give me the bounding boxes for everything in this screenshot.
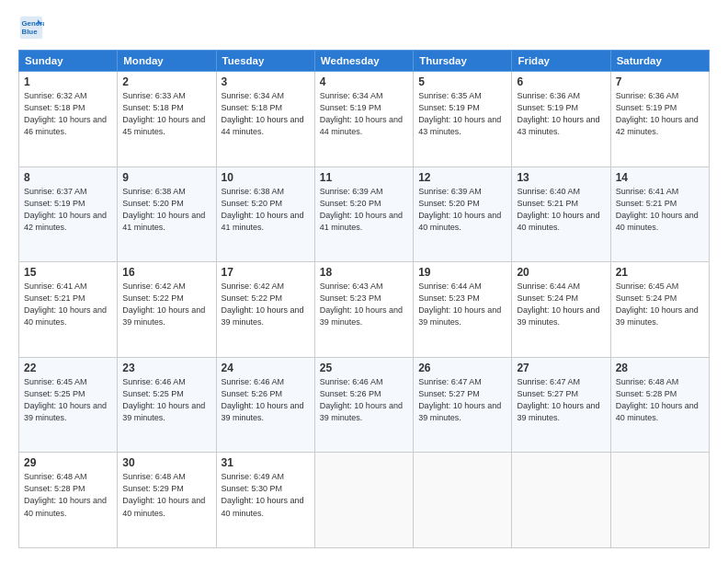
day-number: 11 (320, 171, 408, 184)
day-cell: 31Sunrise: 6:49 AMSunset: 5:30 PMDayligh… (216, 453, 314, 548)
day-cell: 9Sunrise: 6:38 AMSunset: 5:20 PMDaylight… (118, 167, 216, 262)
day-number: 18 (320, 266, 408, 279)
day-info: Sunrise: 6:39 AMSunset: 5:20 PMDaylight:… (418, 186, 506, 234)
day-cell (314, 453, 413, 548)
day-info: Sunrise: 6:42 AMSunset: 5:22 PMDaylight:… (122, 281, 210, 328)
day-cell: 2Sunrise: 6:33 AMSunset: 5:18 PMDaylight… (118, 72, 216, 167)
day-info: Sunrise: 6:36 AMSunset: 5:19 PMDaylight:… (517, 90, 605, 138)
day-number: 1 (24, 75, 112, 88)
day-number: 27 (517, 362, 605, 374)
day-info: Sunrise: 6:41 AMSunset: 5:21 PMDaylight:… (616, 186, 704, 234)
day-number: 13 (517, 171, 605, 184)
day-number: 6 (517, 75, 605, 88)
day-number: 3 (222, 75, 310, 88)
day-info: Sunrise: 6:33 AMSunset: 5:18 PMDaylight:… (122, 90, 210, 138)
day-info: Sunrise: 6:45 AMSunset: 5:25 PMDaylight:… (24, 376, 112, 424)
day-cell: 1Sunrise: 6:32 AMSunset: 5:18 PMDaylight… (19, 72, 118, 167)
day-cell: 21Sunrise: 6:45 AMSunset: 5:24 PMDayligh… (610, 262, 709, 358)
day-info: Sunrise: 6:47 AMSunset: 5:27 PMDaylight:… (418, 376, 506, 424)
svg-text:Blue: Blue (22, 28, 39, 36)
week-row-4: 22Sunrise: 6:45 AMSunset: 5:25 PMDayligh… (19, 357, 710, 453)
day-cell: 3Sunrise: 6:34 AMSunset: 5:18 PMDaylight… (216, 72, 314, 167)
day-info: Sunrise: 6:35 AMSunset: 5:19 PMDaylight:… (418, 90, 506, 138)
day-info: Sunrise: 6:44 AMSunset: 5:23 PMDaylight:… (418, 281, 506, 328)
day-cell: 5Sunrise: 6:35 AMSunset: 5:19 PMDaylight… (414, 72, 512, 167)
day-info: Sunrise: 6:49 AMSunset: 5:30 PMDaylight:… (222, 471, 310, 519)
day-info: Sunrise: 6:39 AMSunset: 5:20 PMDaylight:… (320, 186, 408, 234)
day-cell: 18Sunrise: 6:43 AMSunset: 5:23 PMDayligh… (314, 262, 413, 358)
day-info: Sunrise: 6:46 AMSunset: 5:26 PMDaylight:… (320, 376, 408, 424)
day-info: Sunrise: 6:41 AMSunset: 5:21 PMDaylight:… (24, 281, 112, 328)
day-cell (414, 453, 512, 548)
header-cell-thursday: Thursday (414, 51, 512, 72)
week-row-5: 29Sunrise: 6:48 AMSunset: 5:28 PMDayligh… (19, 453, 710, 548)
header-cell-monday: Monday (118, 51, 216, 72)
day-number: 19 (418, 266, 506, 279)
day-cell: 7Sunrise: 6:36 AMSunset: 5:19 PMDaylight… (610, 72, 709, 167)
day-cell (512, 453, 610, 548)
day-cell: 8Sunrise: 6:37 AMSunset: 5:19 PMDaylight… (19, 167, 118, 262)
day-info: Sunrise: 6:32 AMSunset: 5:18 PMDaylight:… (24, 90, 112, 138)
day-number: 25 (320, 362, 408, 374)
day-info: Sunrise: 6:48 AMSunset: 5:28 PMDaylight:… (616, 376, 704, 424)
day-cell: 17Sunrise: 6:42 AMSunset: 5:22 PMDayligh… (216, 262, 314, 358)
day-info: Sunrise: 6:48 AMSunset: 5:28 PMDaylight:… (24, 471, 112, 519)
calendar-table: SundayMondayTuesdayWednesdayThursdayFrid… (18, 50, 710, 548)
day-cell: 23Sunrise: 6:46 AMSunset: 5:25 PMDayligh… (118, 357, 216, 453)
day-cell: 19Sunrise: 6:44 AMSunset: 5:23 PMDayligh… (414, 262, 512, 358)
day-number: 26 (418, 362, 506, 374)
day-number: 24 (222, 362, 310, 374)
day-info: Sunrise: 6:48 AMSunset: 5:29 PMDaylight:… (122, 471, 210, 519)
day-number: 30 (122, 456, 210, 469)
day-cell: 28Sunrise: 6:48 AMSunset: 5:28 PMDayligh… (610, 357, 709, 453)
day-cell: 13Sunrise: 6:40 AMSunset: 5:21 PMDayligh… (512, 167, 610, 262)
day-cell: 6Sunrise: 6:36 AMSunset: 5:19 PMDaylight… (512, 72, 610, 167)
day-cell: 11Sunrise: 6:39 AMSunset: 5:20 PMDayligh… (314, 167, 413, 262)
day-info: Sunrise: 6:38 AMSunset: 5:20 PMDaylight:… (122, 186, 210, 234)
day-info: Sunrise: 6:37 AMSunset: 5:19 PMDaylight:… (24, 186, 112, 234)
day-info: Sunrise: 6:43 AMSunset: 5:23 PMDaylight:… (320, 281, 408, 328)
header-cell-sunday: Sunday (19, 51, 118, 72)
day-number: 4 (320, 75, 408, 88)
day-number: 7 (616, 75, 704, 88)
day-info: Sunrise: 6:42 AMSunset: 5:22 PMDaylight:… (222, 281, 310, 328)
day-cell: 26Sunrise: 6:47 AMSunset: 5:27 PMDayligh… (414, 357, 512, 453)
header-cell-wednesday: Wednesday (314, 51, 413, 72)
day-info: Sunrise: 6:40 AMSunset: 5:21 PMDaylight:… (517, 186, 605, 234)
day-number: 14 (616, 171, 704, 184)
day-number: 15 (24, 266, 112, 279)
logo: General Blue (18, 15, 48, 40)
header: General Blue (18, 15, 710, 40)
day-cell: 12Sunrise: 6:39 AMSunset: 5:20 PMDayligh… (414, 167, 512, 262)
day-cell: 16Sunrise: 6:42 AMSunset: 5:22 PMDayligh… (118, 262, 216, 358)
day-cell: 14Sunrise: 6:41 AMSunset: 5:21 PMDayligh… (610, 167, 709, 262)
day-cell: 20Sunrise: 6:44 AMSunset: 5:24 PMDayligh… (512, 262, 610, 358)
day-cell: 10Sunrise: 6:38 AMSunset: 5:20 PMDayligh… (216, 167, 314, 262)
day-number: 10 (222, 171, 310, 184)
day-info: Sunrise: 6:45 AMSunset: 5:24 PMDaylight:… (616, 281, 704, 328)
calendar-body: 1Sunrise: 6:32 AMSunset: 5:18 PMDaylight… (19, 72, 710, 548)
header-row: SundayMondayTuesdayWednesdayThursdayFrid… (19, 51, 710, 72)
day-info: Sunrise: 6:46 AMSunset: 5:25 PMDaylight:… (122, 376, 210, 424)
day-cell: 27Sunrise: 6:47 AMSunset: 5:27 PMDayligh… (512, 357, 610, 453)
day-cell: 4Sunrise: 6:34 AMSunset: 5:19 PMDaylight… (314, 72, 413, 167)
day-cell: 24Sunrise: 6:46 AMSunset: 5:26 PMDayligh… (216, 357, 314, 453)
day-number: 17 (222, 266, 310, 279)
day-number: 21 (616, 266, 704, 279)
day-cell: 29Sunrise: 6:48 AMSunset: 5:28 PMDayligh… (19, 453, 118, 548)
day-info: Sunrise: 6:36 AMSunset: 5:19 PMDaylight:… (616, 90, 704, 138)
day-number: 23 (122, 362, 210, 374)
day-number: 5 (418, 75, 506, 88)
logo-icon: General Blue (18, 15, 44, 40)
day-cell (610, 453, 709, 548)
day-info: Sunrise: 6:46 AMSunset: 5:26 PMDaylight:… (222, 376, 310, 424)
day-info: Sunrise: 6:34 AMSunset: 5:18 PMDaylight:… (222, 90, 310, 138)
day-cell: 30Sunrise: 6:48 AMSunset: 5:29 PMDayligh… (118, 453, 216, 548)
day-number: 9 (122, 171, 210, 184)
week-row-3: 15Sunrise: 6:41 AMSunset: 5:21 PMDayligh… (19, 262, 710, 358)
day-info: Sunrise: 6:44 AMSunset: 5:24 PMDaylight:… (517, 281, 605, 328)
day-number: 29 (24, 456, 112, 469)
day-number: 16 (122, 266, 210, 279)
day-cell: 22Sunrise: 6:45 AMSunset: 5:25 PMDayligh… (19, 357, 118, 453)
day-number: 22 (24, 362, 112, 374)
